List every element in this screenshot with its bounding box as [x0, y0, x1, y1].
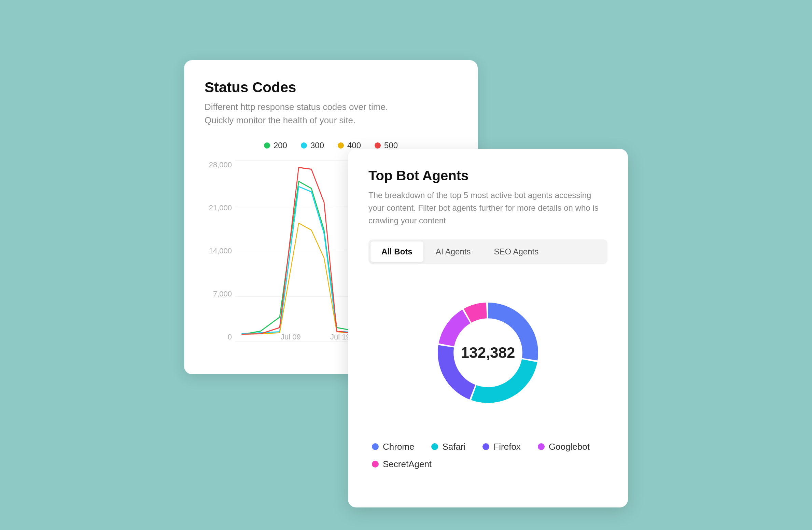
- bot-legend-dot: [372, 461, 379, 468]
- tab-all-bots[interactable]: All Bots: [370, 241, 423, 262]
- y-label: 14,000: [205, 247, 232, 255]
- x-label: Jul 09: [281, 333, 301, 341]
- donut-segment: [471, 359, 537, 403]
- y-label: 7,000: [205, 290, 232, 298]
- status-codes-title: Status Codes: [205, 79, 457, 96]
- bot-legend-dot: [538, 443, 545, 450]
- y-label: 0: [205, 333, 232, 341]
- bot-legend: ChromeSafariFirefoxGooglebotSecretAgent: [368, 442, 607, 470]
- bot-agents-card: Top Bot Agents The breakdown of the top …: [348, 149, 628, 507]
- y-axis: 28,00021,00014,0007,0000: [205, 161, 232, 359]
- tab-ai-agents[interactable]: AI Agents: [425, 241, 482, 262]
- bot-legend-item: Safari: [431, 442, 465, 452]
- legend-dot: [264, 142, 270, 149]
- tab-seo-agents[interactable]: SEO Agents: [483, 241, 549, 262]
- donut-chart-container: 132,382: [368, 281, 607, 424]
- cards-container: Status Codes Different http response sta…: [184, 60, 628, 470]
- donut-segment: [439, 309, 471, 346]
- bot-legend-dot: [482, 443, 489, 450]
- donut-center-value: 132,382: [461, 344, 515, 361]
- bot-legend-item: Firefox: [482, 442, 520, 452]
- legend-item: 200: [264, 141, 287, 150]
- bot-legend-item: SecretAgent: [372, 459, 432, 470]
- bot-legend-item: Googlebot: [538, 442, 590, 452]
- bot-legend-item: Chrome: [372, 442, 414, 452]
- legend-item: 300: [301, 141, 324, 150]
- bot-legend-dot: [372, 443, 379, 450]
- bot-legend-dot: [431, 443, 438, 450]
- x-label: Jul 19: [330, 333, 350, 341]
- y-label: 28,000: [205, 161, 232, 169]
- bot-tabs: All BotsAI AgentsSEO Agents: [368, 239, 607, 264]
- y-label: 21,000: [205, 204, 232, 212]
- bot-agents-title: Top Bot Agents: [368, 168, 607, 183]
- status-codes-subtitle: Different http response status codes ove…: [205, 100, 457, 127]
- legend-dot: [375, 142, 381, 149]
- bot-agents-subtitle: The breakdown of the top 5 most active b…: [368, 189, 607, 227]
- legend-dot: [301, 142, 307, 149]
- legend-dot: [338, 142, 344, 149]
